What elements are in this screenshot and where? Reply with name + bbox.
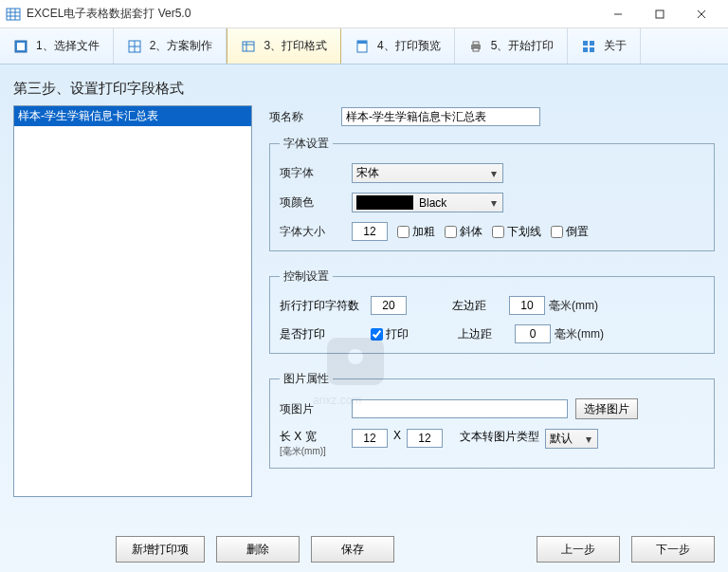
tab-print-format[interactable]: 3、打印格式 (227, 28, 341, 64)
font-legend: 字体设置 (280, 136, 333, 152)
delete-button[interactable]: 删除 (216, 536, 300, 563)
length-input[interactable] (352, 429, 388, 448)
save-button[interactable]: 保存 (311, 536, 394, 563)
lw-label: 长 X 宽 (280, 429, 352, 445)
select-image-button[interactable]: 选择图片 (575, 398, 638, 419)
app-icon (6, 7, 21, 22)
img-legend: 图片属性 (280, 371, 333, 387)
next-button[interactable]: 下一步 (631, 536, 715, 563)
svg-rect-21 (473, 48, 479, 51)
svg-rect-10 (17, 43, 25, 50)
reverse-check[interactable]: 倒置 (551, 224, 589, 240)
italic-check[interactable]: 斜体 (445, 224, 482, 240)
top-input[interactable] (515, 324, 551, 343)
bottom-bar: 新增打印项 删除 保存 上一步 下一步 (13, 536, 715, 563)
main-panel: 第三步、设置打印字段格式 样本-学生学籍信息卡汇总表 项名称 字体设置 项字体 … (0, 65, 728, 572)
print-label: 是否打印 (280, 326, 371, 342)
tab-label: 4、打印预览 (377, 38, 441, 54)
color-select[interactable]: Black (352, 193, 503, 212)
bold-check[interactable]: 加粗 (397, 224, 435, 240)
txt2img-label: 文本转图片类型 (460, 429, 539, 445)
preview-icon (355, 39, 370, 54)
tab-start-print[interactable]: 5、开始打印 (455, 28, 569, 64)
tab-label: 关于 (604, 38, 627, 54)
svg-rect-20 (473, 42, 479, 45)
unit-mm: 毫米(mm) (549, 298, 598, 314)
name-input[interactable] (341, 107, 540, 126)
ctrl-legend: 控制设置 (280, 268, 333, 285)
about-icon (581, 39, 596, 54)
tab-preview[interactable]: 4、打印预览 (341, 28, 455, 64)
unit-mm: 毫米(mm) (555, 326, 604, 342)
svg-rect-24 (583, 47, 588, 52)
tab-label: 2、方案制作 (150, 38, 213, 54)
tab-label: 1、选择文件 (36, 38, 100, 54)
step-title: 第三步、设置打印字段格式 (13, 80, 715, 98)
top-label: 上边距 (458, 326, 515, 342)
image-settings: 图片属性 项图片 选择图片 长 X 宽 [毫米(mm)] X 文本转图片类型 默… (269, 371, 715, 469)
close-button[interactable] (681, 1, 722, 28)
print-check[interactable]: 打印 (371, 326, 409, 342)
size-label: 字体大小 (280, 224, 352, 240)
printer-icon (468, 39, 483, 54)
name-label: 项名称 (269, 109, 341, 125)
wrap-input[interactable] (371, 296, 407, 315)
format-icon (241, 39, 256, 54)
width-input[interactable] (407, 429, 443, 448)
font-settings: 字体设置 项字体 宋体 项颜色 Black 字体大小 加粗 斜体 (269, 136, 715, 251)
left-input[interactable] (509, 296, 545, 315)
img-label: 项图片 (280, 401, 352, 417)
svg-rect-23 (590, 41, 594, 46)
left-label: 左边距 (452, 298, 509, 314)
font-label: 项字体 (280, 165, 352, 181)
window-title: EXCEL电子表格数据套打 Ver5.0 (27, 6, 597, 22)
size-input[interactable] (352, 222, 388, 241)
svg-rect-14 (243, 42, 254, 51)
add-button[interactable]: 新增打印项 (116, 536, 205, 563)
color-swatch (356, 195, 413, 210)
svg-rect-0 (7, 9, 20, 20)
titlebar: EXCEL电子表格数据套打 Ver5.0 (0, 0, 728, 28)
tab-plan[interactable]: 2、方案制作 (114, 28, 228, 64)
control-settings: 控制设置 折行打印字符数 左边距 毫米(mm) 是否打印 打印 上边距 毫米(m… (269, 268, 715, 354)
maximize-button[interactable] (639, 1, 681, 28)
underline-check[interactable]: 下划线 (492, 224, 541, 240)
tab-select-file[interactable]: 1、选择文件 (0, 28, 114, 64)
img-path-input[interactable] (352, 399, 568, 418)
minimize-button[interactable] (597, 1, 639, 28)
tab-label: 3、打印格式 (264, 38, 327, 54)
svg-rect-25 (590, 47, 594, 52)
settings-panel: 项名称 字体设置 项字体 宋体 项颜色 Black 字体大小 (269, 105, 715, 497)
svg-rect-18 (357, 41, 367, 44)
toolbar: 1、选择文件 2、方案制作 3、打印格式 4、打印预览 5、开始打印 关于 (0, 28, 728, 65)
list-item[interactable]: 样本-学生学籍信息卡汇总表 (14, 106, 251, 126)
color-label: 项颜色 (280, 194, 352, 211)
font-select[interactable]: 宋体 (352, 163, 503, 183)
wrap-label: 折行打印字符数 (280, 298, 371, 314)
svg-rect-6 (656, 10, 664, 18)
grid-icon (127, 39, 142, 54)
prev-button[interactable]: 上一步 (537, 536, 620, 563)
tab-about[interactable]: 关于 (568, 28, 641, 64)
lw-sublabel: [毫米(mm)] (280, 445, 352, 458)
file-icon (13, 39, 28, 54)
txt2img-select[interactable]: 默认 (545, 429, 598, 449)
field-list[interactable]: 样本-学生学籍信息卡汇总表 (13, 105, 252, 497)
x-sep: X (393, 429, 401, 442)
tab-label: 5、开始打印 (491, 38, 555, 54)
svg-rect-22 (583, 41, 588, 46)
